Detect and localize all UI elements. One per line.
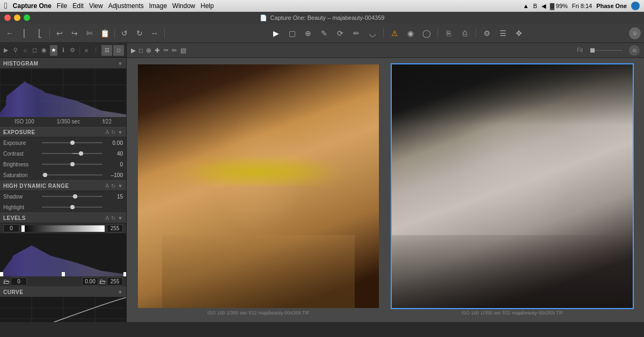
toolbar-btn-rotate-right[interactable]: ↻ (133, 27, 146, 40)
zoom-slider[interactable] (590, 50, 623, 51)
grid-view-btn[interactable]: ☷ (101, 45, 112, 56)
tab-settings[interactable]: ⚙ (69, 45, 77, 56)
levels-max-input[interactable] (107, 224, 123, 232)
shadow-thumb[interactable] (73, 194, 77, 199)
curve-expand[interactable]: ▼ (118, 289, 123, 295)
toolbar-btn-redo[interactable]: ↪ (68, 27, 81, 40)
menu-file[interactable]: File (57, 2, 67, 10)
bw-photo-frame[interactable] (391, 63, 634, 309)
black-point-input[interactable] (11, 277, 27, 285)
maximize-button[interactable] (24, 14, 30, 21)
crop-tool-btn[interactable]: ✚ (155, 47, 160, 54)
arrow-tool-btn[interactable]: ▶ (131, 47, 136, 54)
toolbar-btn-copy[interactable]: 📋 (98, 27, 111, 40)
rotate-tool[interactable]: ⟳ (334, 27, 347, 40)
toolbar-btn-undo[interactable]: ↩ (53, 27, 66, 40)
lasso-tool[interactable]: ⊕ (302, 27, 314, 40)
exposure-thumb[interactable] (70, 141, 75, 145)
single-view-btn[interactable]: □ (113, 45, 124, 56)
reset-icon[interactable]: ↻ (111, 129, 115, 135)
saturation-thumb[interactable] (43, 173, 47, 177)
mid-point-input[interactable] (82, 277, 98, 285)
toolbar-btn-export-small[interactable]: ⎣ (33, 27, 46, 40)
brightness-thumb[interactable] (70, 162, 75, 166)
metadata-btn[interactable]: ◉ (404, 27, 417, 40)
hdr-header[interactable]: HIGH DYNAMIC RANGE A ↻ ▼ (0, 180, 126, 191)
minimize-button[interactable] (14, 14, 20, 21)
app-name[interactable]: Capture One (13, 2, 52, 10)
highlight-track[interactable] (42, 207, 103, 208)
menu-adjustments[interactable]: Adjustments (108, 2, 144, 10)
tab-circle[interactable]: ○ (21, 45, 29, 56)
exposure-header[interactable]: EXPOSURE A ↻ ▼ (0, 127, 126, 137)
toolbar-btn-flip[interactable]: ↔ (148, 27, 161, 40)
close-button[interactable] (4, 14, 11, 21)
hdr-auto[interactable]: A (105, 183, 109, 189)
levels-auto[interactable]: A (105, 215, 109, 221)
brightness-track[interactable] (42, 164, 103, 165)
toolbar-btn-scissors[interactable]: ✄ (83, 27, 96, 40)
menu-view[interactable]: View (89, 2, 103, 10)
tab-info[interactable]: ℹ (59, 45, 67, 56)
histogram-expand[interactable]: ▼ (118, 61, 123, 67)
levels-expand[interactable]: ▼ (118, 215, 123, 221)
levels-white-handle[interactable] (101, 225, 105, 232)
contrast-thumb[interactable] (79, 151, 83, 156)
print-btn[interactable]: ⎙ (458, 27, 471, 40)
apple-menu[interactable]:  (4, 1, 8, 11)
cursor-tool[interactable]: ▶ (269, 27, 282, 40)
info-btn[interactable]: ◯ (420, 27, 433, 40)
curve-display[interactable] (0, 297, 126, 322)
color-photo-frame[interactable] (137, 63, 380, 309)
toolbar-btn-back[interactable]: ← (3, 27, 16, 40)
curve-header[interactable]: CURVE ▼ (0, 287, 126, 297)
exposure-track[interactable] (42, 142, 103, 143)
rotate-tool-btn[interactable]: ⚰ (163, 47, 169, 54)
user-avatar[interactable]: ☺ (629, 27, 641, 39)
bw-photo-caption: ISO 100 1/350 sec f/22 majabeauty-004359… (461, 309, 563, 317)
zoom-in-btn[interactable]: ⊕ (146, 47, 151, 54)
tab-dot[interactable]: ◉ (40, 45, 48, 56)
toolbar-btn-import[interactable]: ⎢ (18, 27, 31, 40)
hdr-reset[interactable]: ↻ (111, 183, 115, 189)
saturation-track[interactable] (42, 174, 103, 175)
auto-icon[interactable]: A (105, 129, 109, 135)
crop-tool[interactable]: ✎ (318, 27, 331, 40)
tab-more[interactable]: ⋮ (92, 45, 100, 56)
hdr-expand[interactable]: ▼ (118, 183, 123, 189)
window-title: Capture One: Beauty – majabeauty-004359 (270, 14, 385, 21)
highlight-thumb[interactable] (70, 205, 75, 209)
histogram-header[interactable]: HISTOGRAM ▼ (0, 58, 126, 69)
gradient-tool-btn[interactable]: ▤ (180, 47, 186, 54)
tab-list[interactable]: ≡ (82, 45, 90, 56)
eyedropper-white[interactable]: 🗁 (99, 278, 106, 285)
tab-search[interactable]: ⚲ (12, 45, 20, 56)
brush-tool[interactable]: ✏ (350, 27, 363, 40)
tab-cursor[interactable]: ▶ (2, 45, 10, 56)
menu-help[interactable]: Help (201, 2, 214, 10)
exposure-expand[interactable]: ▼ (118, 129, 123, 135)
levels-header[interactable]: LEVELS A ↻ ▼ (0, 213, 126, 223)
tab-star[interactable]: ★ (50, 45, 58, 56)
user-icon-right[interactable]: ☺ (629, 45, 640, 56)
clone-tool[interactable]: ◡ (366, 27, 379, 40)
settings-btn[interactable]: ⚙ (480, 27, 493, 40)
eyedropper-black[interactable]: 🗁 (3, 278, 10, 285)
menu-image[interactable]: Image (149, 2, 167, 10)
marquee-tool[interactable]: ▢ (286, 27, 298, 40)
shadow-track[interactable] (42, 196, 103, 197)
menu-window[interactable]: Window (172, 2, 195, 10)
fullscreen-btn[interactable]: ✥ (513, 27, 525, 40)
brush-tool-btn[interactable]: ✏ (172, 47, 177, 54)
levels-black-handle[interactable] (21, 225, 25, 232)
panels-btn[interactable]: ☰ (496, 27, 509, 40)
menu-edit[interactable]: Edit (72, 2, 84, 10)
contrast-track[interactable] (42, 153, 103, 154)
export-btn[interactable]: ⎘ (442, 27, 455, 40)
white-point-input[interactable] (107, 277, 123, 285)
toolbar-btn-rotate-left[interactable]: ↺ (118, 27, 131, 40)
select-tool-btn[interactable]: □ (139, 47, 143, 54)
levels-min-input[interactable] (3, 224, 19, 232)
tab-rect[interactable]: ◻ (31, 45, 39, 56)
levels-reset[interactable]: ↻ (111, 215, 115, 221)
